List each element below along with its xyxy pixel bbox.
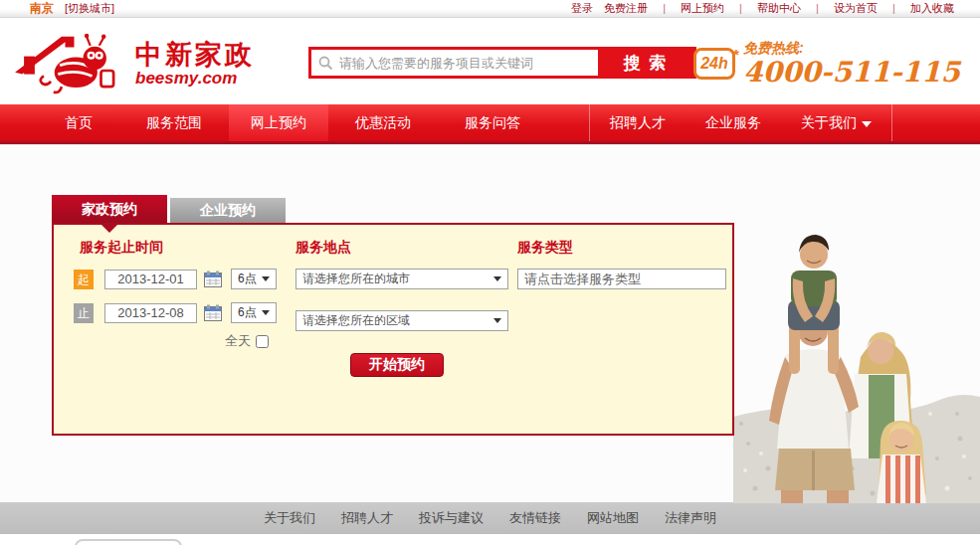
logo-text: 中新家政 beesmy.com: [135, 40, 255, 88]
time-section-title: 服务起止时间: [80, 239, 163, 257]
nav-item-home[interactable]: 首页: [38, 104, 119, 141]
type-section-title: 服务类型: [517, 239, 573, 257]
footer-link-complaints[interactable]: 投诉与建议: [419, 509, 484, 527]
separator: |: [663, 2, 666, 14]
hotline: 24h* 免费热线: 4000-511-115: [693, 40, 960, 88]
nav-right-group: 招聘人才 企业服务 关于我们: [589, 104, 892, 141]
tab-home-booking[interactable]: 家政预约: [52, 195, 167, 223]
active-tab-pointer-icon: [101, 225, 117, 233]
footer-link-about[interactable]: 关于我们: [264, 509, 315, 527]
end-calendar-icon[interactable]: [204, 304, 222, 321]
booking-tabs: 家政预约 企业预约: [52, 195, 286, 223]
chevron-down-icon: [862, 121, 872, 127]
start-hour-select[interactable]: 6点: [231, 269, 277, 289]
brand-name-cn: 中新家政: [135, 40, 255, 70]
district-select[interactable]: 请选择您所在的区域: [295, 310, 508, 331]
search-box: 搜 索: [308, 47, 696, 79]
star-icon: *: [733, 42, 739, 68]
start-calendar-icon[interactable]: [204, 271, 222, 287]
family-photo: [733, 160, 980, 503]
topbar: 南京 [切换城市] 登录 免费注册 | 网上预约 | 帮助中心 | 设为首页 |…: [0, 0, 980, 18]
select-arrow-icon: [262, 310, 270, 315]
nav-left-group: 首页 服务范围 网上预约 优惠活动 服务问答: [38, 104, 547, 141]
search-button[interactable]: 搜 索: [598, 50, 693, 76]
location-section-title: 服务地点: [295, 239, 351, 257]
partial-rounded-box: [75, 539, 182, 545]
footer-link-sitemap[interactable]: 网站地图: [587, 509, 639, 527]
nav-item-promotions[interactable]: 优惠活动: [328, 104, 438, 141]
current-city-label: 南京: [30, 1, 54, 15]
select-arrow-icon: [262, 276, 270, 281]
start-time-row: 起 6点: [74, 269, 277, 289]
footer-link-recruitment[interactable]: 招聘人才: [341, 509, 393, 527]
all-day-label: 全天: [225, 332, 251, 350]
separator: |: [892, 2, 895, 14]
24h-badge-icon: 24h*: [693, 48, 735, 80]
brand-domain: beesmy.com: [135, 70, 255, 88]
separator: |: [816, 2, 819, 14]
nav-item-faq[interactable]: 服务问答: [438, 104, 547, 141]
nav-item-enterprise[interactable]: 企业服务: [686, 104, 781, 141]
booking-panel: 服务起止时间 服务地点 服务类型 起 6点: [52, 223, 734, 436]
nav-item-online-booking[interactable]: 网上预约: [229, 104, 328, 141]
main-content: 家政预约 企业预约 服务起止时间 服务地点 服务类型 起: [0, 144, 980, 502]
start-booking-button[interactable]: 开始预约: [350, 353, 444, 377]
footer: 关于我们 招聘人才 投诉与建议 友情链接 网站地图 法律声明: [0, 502, 980, 534]
bee-mascot-icon: [10, 26, 129, 101]
login-link[interactable]: 登录: [571, 2, 593, 14]
set-homepage-link[interactable]: 设为首页: [834, 2, 878, 14]
start-tag: 起: [74, 270, 94, 289]
header: 中新家政 beesmy.com 搜 索 24h* 免费热线:: [0, 18, 980, 104]
search-icon: [318, 56, 333, 75]
all-day-checkbox[interactable]: [256, 335, 269, 348]
tab-company-booking[interactable]: 企业预约: [170, 198, 286, 223]
site-logo[interactable]: 中新家政 beesmy.com: [10, 26, 255, 101]
switch-city-link[interactable]: [切换城市]: [65, 2, 114, 14]
end-time-row: 止 6点: [74, 302, 277, 323]
bottom-strip: [0, 534, 980, 545]
topbar-links: 登录 免费注册 | 网上预约 | 帮助中心 | 设为首页 | 加入收藏: [567, 1, 958, 16]
search-input[interactable]: [311, 50, 598, 76]
end-tag: 止: [74, 303, 94, 323]
all-day-option: 全天: [225, 332, 269, 350]
footer-link-friendly-links[interactable]: 友情链接: [509, 509, 561, 527]
add-favorite-link[interactable]: 加入收藏: [910, 2, 954, 14]
city-select[interactable]: 请选择您所在的城市: [295, 269, 508, 289]
end-date-input[interactable]: [104, 303, 197, 323]
register-link[interactable]: 免费注册: [604, 2, 648, 14]
start-date-input[interactable]: [104, 270, 197, 289]
page: 南京 [切换城市] 登录 免费注册 | 网上预约 | 帮助中心 | 设为首页 |…: [0, 0, 980, 545]
hotline-number: 4000-511-115: [743, 58, 960, 88]
service-type-input[interactable]: [517, 269, 726, 289]
city-selector: 南京 [切换城市]: [30, 1, 114, 16]
select-arrow-icon: [493, 276, 501, 281]
nav-item-about-us[interactable]: 关于我们: [781, 104, 891, 141]
nav-item-services[interactable]: 服务范围: [119, 104, 229, 141]
footer-link-legal[interactable]: 法律声明: [665, 509, 716, 527]
nav-item-recruitment[interactable]: 招聘人才: [590, 104, 686, 141]
main-nav: 首页 服务范围 网上预约 优惠活动 服务问答 招聘人才 企业服务 关于我们: [0, 104, 980, 144]
select-arrow-icon: [493, 318, 501, 323]
end-hour-select[interactable]: 6点: [231, 302, 277, 323]
online-booking-link[interactable]: 网上预约: [681, 2, 724, 14]
separator: |: [739, 2, 742, 14]
help-center-link[interactable]: 帮助中心: [757, 2, 801, 14]
